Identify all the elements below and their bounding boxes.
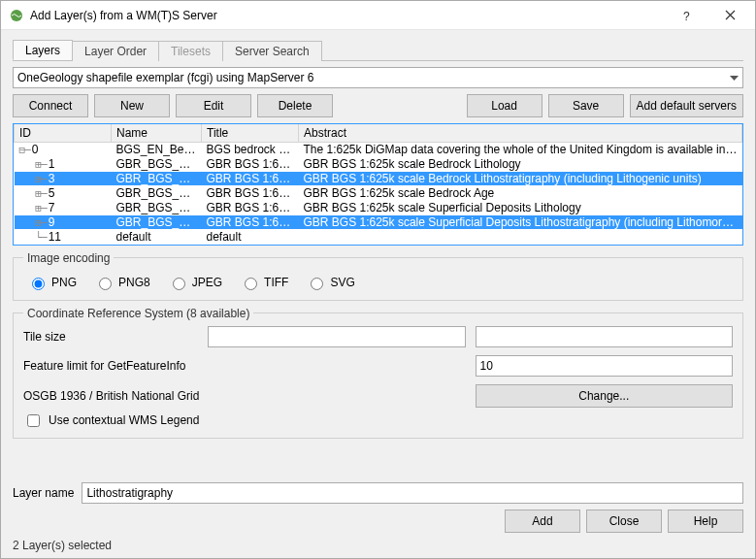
tab-server-search[interactable]: Server Search [222,41,322,61]
server-combobox[interactable]: OneGeology shapefile exemplar (fcgi) usi… [13,67,743,88]
help-button[interactable]: Help [668,510,743,533]
radio-jpeg[interactable]: JPEG [168,275,222,290]
tab-layer-order[interactable]: Layer Order [72,41,159,61]
crs-legend: Coordinate Reference System (8 available… [23,307,253,320]
delete-button[interactable]: Delete [257,94,333,117]
table-row[interactable]: └─ 11defaultdefault [15,230,742,245]
current-crs-label: OSGB 1936 / British National Grid [23,389,466,403]
tile-size-input-2[interactable] [476,326,734,347]
chevron-down-icon [730,71,739,84]
tab-layers[interactable]: Layers [13,40,73,60]
app-icon [9,8,24,23]
tree-expand-icon[interactable]: ⊞─ [19,187,47,200]
close-sys-button[interactable] [708,2,751,29]
radio-png8[interactable]: PNG8 [94,275,150,290]
radio-svg[interactable]: SVG [306,275,354,290]
feature-limit-label: Feature limit for GetFeatureInfo [23,359,466,373]
radio-tiff[interactable]: TIFF [240,275,288,290]
titlebar: Add Layer(s) from a WM(T)S Server ? [1,1,755,30]
tree-expand-icon[interactable]: ⊟─ [19,144,30,156]
server-buttons: Connect New Edit Delete Load Save Add de… [13,94,743,117]
load-button[interactable]: Load [467,94,542,117]
tile-size-label: Tile size [23,330,198,344]
layers-table[interactable]: ID Name Title Abstract ⊟─ 0BGS_EN_Bedroc… [13,123,743,246]
contextual-legend-checkbox[interactable] [27,414,40,427]
layer-name-label: Layer name [13,486,74,500]
feature-limit-input[interactable] [476,355,734,377]
tree-expand-icon[interactable]: ⊞─ [19,173,47,185]
add-default-servers-button[interactable]: Add default servers [630,94,743,117]
connect-button[interactable]: Connect [13,94,88,117]
dialog-window: Add Layer(s) from a WM(T)S Server ? Laye… [0,0,756,559]
col-id[interactable]: ID [15,124,112,143]
table-row[interactable]: ⊟─ 0BGS_EN_Bedrock…BGS bedrock and …The … [15,143,742,157]
tree-expand-icon[interactable]: ⊞─ [19,202,47,214]
save-button[interactable]: Save [548,94,624,117]
svg-text:?: ? [683,10,690,22]
dialog-content: Layers Layer Order Tilesets Server Searc… [1,30,755,477]
tile-size-input-1[interactable] [208,326,466,347]
col-title[interactable]: Title [202,124,299,143]
layer-name-input[interactable] [82,482,743,504]
edit-button[interactable]: Edit [176,94,251,117]
table-row[interactable]: ⊞─ 7GBR_BGS_625k_…GBR BGS 1:625k …GBR BG… [15,201,742,215]
server-selected: OneGeology shapefile exemplar (fcgi) usi… [17,71,313,84]
image-encoding-legend: Image encoding [23,251,114,265]
add-button[interactable]: Add [505,510,580,533]
image-encoding-group: Image encoding PNG PNG8 JPEG TIFF SVG [13,251,743,301]
status-bar: 2 Layer(s) selected [1,537,755,558]
radio-png[interactable]: PNG [27,275,77,290]
col-name[interactable]: Name [112,124,202,143]
window-title: Add Layer(s) from a WM(T)S Server [30,9,666,22]
tree-leaf-icon: └─ [19,231,47,244]
table-row[interactable]: ⊞─ 9GBR_BGS_625k_…GBR BGS 1:625k …GBR BG… [15,215,742,230]
tree-expand-icon[interactable]: ⊞─ [19,216,47,229]
table-row[interactable]: ⊞─ 3GBR_BGS_625k_…GBR BGS 1:625k …GBR BG… [15,172,742,186]
table-row[interactable]: ⊞─ 1GBR_BGS_625k_…GBR BGS 1:625k …GBR BG… [15,157,742,172]
table-row[interactable]: ⊞─ 5GBR_BGS_625k_BAGBR BGS 1:625k …GBR B… [15,186,742,201]
crs-group: Coordinate Reference System (8 available… [13,307,743,439]
dialog-footer: Layer name Add Close Help [1,477,755,537]
tab-bar: Layers Layer Order Tilesets Server Searc… [13,40,743,61]
change-crs-button[interactable]: Change... [476,384,734,408]
new-button[interactable]: New [94,94,170,117]
close-button[interactable]: Close [586,510,662,533]
help-sys-button[interactable]: ? [666,2,708,29]
col-abstract[interactable]: Abstract [299,124,742,143]
tree-expand-icon[interactable]: ⊞─ [19,158,47,171]
tab-tilesets: Tilesets [158,41,223,61]
system-buttons: ? [666,2,751,29]
contextual-legend-label: Use contextual WMS Legend [49,413,199,427]
